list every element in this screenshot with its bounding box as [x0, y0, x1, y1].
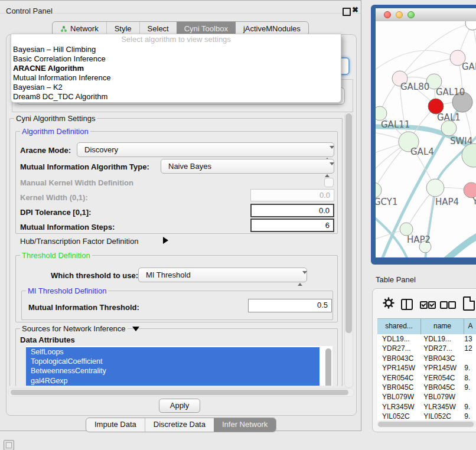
minimized-panel-icon[interactable] [4, 440, 14, 450]
algorithm-option[interactable]: ARACNE Algorithm [11, 64, 341, 73]
table-cell: YBL079W [419, 392, 459, 402]
table-row[interactable]: YLR345WYLR345W9. [377, 402, 476, 412]
dpi-tolerance-label: DPI Tolerance [0,1]: [20, 208, 91, 217]
network-node-label: HAP2 [407, 234, 431, 245]
aracne-mode-combo[interactable]: Discovery [77, 142, 334, 157]
network-node[interactable] [376, 106, 387, 120]
attribute-item[interactable]: SelfLoops [26, 347, 319, 357]
dropdown-prompt: Select algorithm to view settings [11, 34, 341, 45]
table-cell: YDL19... [377, 334, 419, 344]
network-node-label: SWI4 [450, 136, 472, 146]
attribute-items: SelfLoopsTopologicalCoefficientBetweenne… [26, 347, 332, 386]
mi-threshold-field[interactable]: 0.5 [248, 299, 332, 312]
network-node[interactable] [426, 179, 444, 197]
control-panel-title: Control Panel [6, 6, 53, 15]
deselect-all-checkbox-icon[interactable] [440, 301, 448, 309]
algorithm-dropdown-popup: Select algorithm to view settings Bayesi… [11, 34, 341, 103]
table-hscrollbar-thumb[interactable] [378, 422, 474, 427]
network-node[interactable] [376, 182, 382, 198]
network-node-label: GAL10 [436, 87, 465, 97]
deselect-all-checkbox-icon[interactable] [448, 301, 456, 309]
control-panel-titlebar [0, 0, 361, 14]
kernel-width-field[interactable]: 0.0 [250, 189, 334, 201]
select-all-checkbox-icon[interactable] [420, 301, 428, 309]
columns-icon[interactable] [401, 299, 413, 310]
table-cell: YBR045C [377, 383, 419, 392]
mi-steps-field[interactable]: 6 [250, 219, 334, 232]
table-body: YDL19...YDL19...13YDR27...YDR27...12YBR0… [377, 334, 476, 420]
network-node-label: GAL4 [410, 146, 434, 157]
minimize-traffic-light[interactable] [396, 11, 403, 18]
close-icon[interactable]: ✖ [352, 5, 358, 14]
attribute-item[interactable]: gal4RGexp [26, 376, 319, 386]
data-attributes-label: Data Attributes [20, 335, 75, 344]
gear-icon[interactable] [382, 296, 395, 309]
collapse-arrow-icon[interactable] [132, 327, 139, 331]
column-header-name[interactable]: name [421, 319, 464, 334]
table-row[interactable]: YIL052CYIL052C9. [377, 412, 476, 420]
select-all-checkbox-icon[interactable] [428, 301, 436, 309]
table-cell: YPR145W [419, 363, 459, 373]
network-edge[interactable] [376, 50, 458, 71]
network-node[interactable] [400, 223, 413, 236]
vertical-scrollbar-thumb[interactable] [345, 113, 352, 333]
cyni-settings-group-label: Cyni Algorithm Settings [14, 114, 97, 123]
tab-discretize-data[interactable]: Discretize Data [145, 418, 214, 432]
algorithm-option[interactable]: Bayesian – K2 [11, 83, 341, 92]
table-cell: YER054C [419, 373, 459, 383]
table-cell [459, 392, 476, 402]
network-node[interactable] [462, 144, 476, 167]
mi-threshold-def-label: MI Threshold Definition [26, 286, 108, 295]
table-row[interactable]: YDR27...YDR27...12 [377, 344, 476, 353]
table-row[interactable]: YBR045CYBR045C9. [377, 383, 476, 392]
mi-type-combo[interactable]: Naive Bayes [161, 159, 334, 174]
close-traffic-light[interactable] [384, 11, 391, 18]
table-cell: YDR27... [377, 344, 419, 353]
network-node-label: HAP4 [435, 197, 459, 207]
table-row[interactable]: YBL079WYBL079W [377, 392, 476, 402]
network-canvas[interactable]: GALGAL80GAL10GAL1GAL11SWI4GAL4GCY1HAP4YH… [376, 21, 476, 257]
attribute-item[interactable]: TopologicalCoefficient [26, 357, 319, 366]
mi-threshold-label: Mutual Information Threshold: [28, 303, 139, 312]
column-header-shared-name[interactable]: shared... [377, 319, 421, 334]
export-table-icon[interactable] [463, 296, 475, 311]
list-scrollbar-thumb[interactable] [325, 348, 331, 386]
mi-steps-label: Mutual Information Steps: [20, 223, 115, 231]
network-edge[interactable] [445, 234, 476, 257]
network-edge[interactable] [400, 58, 458, 79]
zoom-traffic-light[interactable] [407, 11, 415, 18]
table-row[interactable]: YBR043CYBR043C [377, 354, 476, 363]
network-graph: GALGAL80GAL10GAL1GAL11SWI4GAL4GCY1HAP4YH… [376, 21, 476, 257]
threshold-definition-label: Threshold Definition [20, 251, 92, 260]
column-header-third[interactable]: A [464, 319, 476, 334]
tab-style-label: Style [115, 22, 132, 35]
network-node[interactable] [465, 21, 476, 30]
manual-kernel-checkbox[interactable] [324, 178, 334, 187]
attribute-item[interactable]: BetweennessCentrality [26, 366, 319, 376]
table-row[interactable]: YDL19...YDL19...13 [377, 334, 476, 344]
table-row[interactable]: YPR145WYPR145W9. [377, 363, 476, 373]
tab-impute-data[interactable]: Impute Data [86, 418, 145, 432]
data-attributes-list[interactable]: SelfLoopsTopologicalCoefficientBetweenne… [26, 346, 332, 386]
algorithm-option[interactable]: Dream8 DC_TDC Algorithm [11, 92, 341, 102]
kernel-width-label: Kernel Width (0,1): [20, 193, 88, 202]
tab-network-label: Network [70, 22, 99, 35]
table-hscrollbar-track[interactable] [377, 420, 476, 428]
table-cell: YLR345W [377, 402, 419, 412]
algorithm-definition-label: Algorithm Definition [20, 127, 90, 136]
algorithm-option[interactable]: Bayesian – Hill Climbing [11, 45, 341, 54]
hub-definition-label[interactable]: Hub/Transcription Factor Definition [20, 237, 138, 246]
apply-button[interactable]: Apply [159, 399, 200, 413]
table-cell [459, 354, 476, 363]
horizontal-scrollbar-thumb[interactable] [11, 390, 348, 395]
float-window-icon[interactable] [343, 8, 351, 16]
which-threshold-combo[interactable]: MI Threshold [138, 268, 307, 282]
network-window-titlebar[interactable] [376, 8, 476, 22]
algorithm-option[interactable]: Basic Correlation Inference [11, 54, 341, 64]
table-row[interactable]: YER054CYER054C8. [377, 373, 476, 383]
combo-spinner-icon [298, 272, 302, 285]
algorithm-option[interactable]: Mutual Information Inference [11, 73, 341, 83]
expand-arrow-icon[interactable] [163, 237, 168, 244]
dpi-tolerance-field[interactable]: 0.0 [250, 204, 334, 217]
tab-infer-network[interactable]: Infer Network [214, 418, 276, 432]
